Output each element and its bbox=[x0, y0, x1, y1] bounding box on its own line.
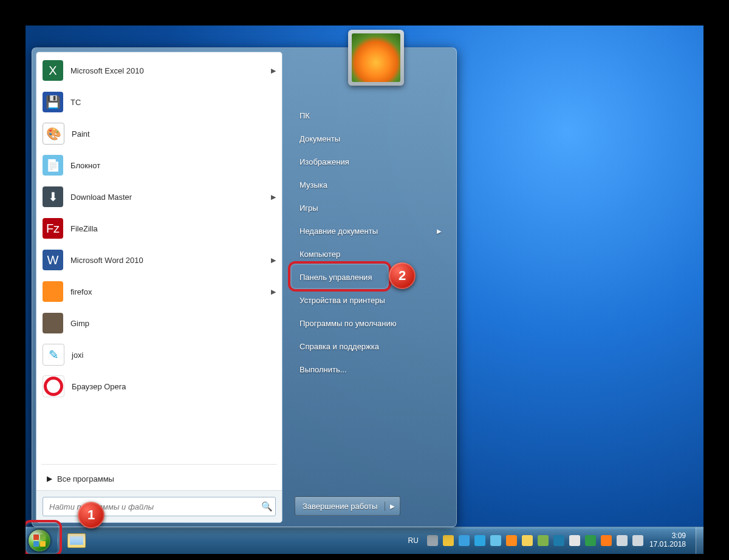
annotation-step-1: 1 bbox=[78, 502, 104, 528]
letterbox bbox=[0, 554, 729, 560]
recycle-icon[interactable] bbox=[585, 535, 596, 546]
program-icon: 🎨 bbox=[43, 123, 64, 145]
program-item-10[interactable]: Браузер Opera bbox=[38, 370, 281, 402]
start-menu-left-pane: XMicrosoft Excel 2010▶💾TC🎨Paint📄Блокнот⬇… bbox=[36, 52, 282, 523]
start-button[interactable] bbox=[26, 527, 53, 554]
program-item-1[interactable]: 💾TC bbox=[38, 86, 281, 118]
program-label: Paint bbox=[72, 129, 276, 138]
note-icon[interactable] bbox=[522, 535, 533, 546]
program-label: FileZilla bbox=[70, 224, 276, 233]
link-pictures-label: Изображения bbox=[299, 157, 349, 166]
program-label: Браузер Opera bbox=[72, 382, 276, 391]
app-icon[interactable] bbox=[601, 535, 612, 546]
shutdown-options-arrow-icon[interactable]: ▶ bbox=[385, 503, 400, 510]
link-control-panel[interactable]: Панель управления bbox=[295, 265, 447, 289]
program-item-2[interactable]: 🎨Paint bbox=[38, 118, 281, 149]
program-icon: ⬇ bbox=[43, 186, 63, 207]
link-default-programs[interactable]: Программы по умолчанию bbox=[295, 312, 447, 335]
link-help-support[interactable]: Справка и поддержка bbox=[295, 335, 447, 358]
flag-icon[interactable] bbox=[569, 535, 580, 546]
link-computer-label: Компьютер bbox=[299, 250, 340, 259]
clock-date: 17.01.2018 bbox=[649, 541, 686, 549]
link-devices-printers[interactable]: Устройства и принтеры bbox=[295, 289, 447, 312]
link-recent-label: Недавние документы bbox=[299, 227, 378, 236]
link-music-label: Музыка bbox=[299, 180, 327, 190]
all-programs-label: Все программы bbox=[57, 474, 114, 483]
program-label: Блокнот bbox=[70, 161, 276, 170]
keyboard-icon[interactable] bbox=[427, 535, 438, 546]
start-menu-right-pane: ПК Документы Изображения Музыка Игры Нед… bbox=[282, 52, 453, 523]
program-label: Gimp bbox=[70, 319, 276, 328]
program-label: joxi bbox=[72, 350, 276, 360]
link-pictures[interactable]: Изображения bbox=[295, 150, 447, 173]
explorer-icon bbox=[67, 533, 86, 548]
program-icon bbox=[43, 281, 63, 302]
taskbar-clock[interactable]: 3:09 17.01.2018 bbox=[649, 532, 690, 549]
program-icon: X bbox=[43, 60, 63, 81]
shutdown-row: Завершение работы ▶ bbox=[295, 496, 447, 516]
shutdown-label: Завершение работы bbox=[295, 502, 385, 511]
program-item-9[interactable]: ✎joxi bbox=[38, 339, 281, 370]
program-item-8[interactable]: Gimp bbox=[38, 307, 281, 339]
letterbox bbox=[0, 0, 729, 26]
link-run[interactable]: Выполнить... bbox=[295, 358, 447, 381]
all-programs-arrow-icon: ▶ bbox=[41, 474, 57, 483]
program-icon: W bbox=[43, 250, 63, 270]
taskbar-separator bbox=[57, 530, 58, 551]
link-user-label: ПК bbox=[299, 111, 310, 120]
program-label: Download Master bbox=[70, 193, 271, 202]
program-icon: ✎ bbox=[43, 344, 64, 366]
link-devices-label: Устройства и принтеры bbox=[299, 296, 385, 305]
divider bbox=[41, 464, 277, 465]
link-recent-documents[interactable]: Недавние документы ▶ bbox=[295, 219, 447, 242]
program-icon bbox=[43, 313, 63, 333]
search-icon[interactable]: 🔍 bbox=[258, 501, 275, 512]
shield-icon[interactable] bbox=[443, 535, 454, 546]
link-defaults-label: Программы по умолчанию bbox=[299, 319, 396, 328]
program-item-5[interactable]: FzFileZilla bbox=[38, 213, 281, 244]
program-item-6[interactable]: WMicrosoft Word 2010▶ bbox=[38, 244, 281, 276]
program-icon: 💾 bbox=[43, 92, 63, 112]
link-games[interactable]: Игры bbox=[295, 196, 447, 219]
screenshot-root: XMicrosoft Excel 2010▶💾TC🎨Paint📄Блокнот⬇… bbox=[0, 0, 729, 560]
submenu-arrow-icon: ▶ bbox=[437, 228, 442, 234]
link-user-folder[interactable]: ПК bbox=[295, 104, 447, 127]
shutdown-button[interactable]: Завершение работы ▶ bbox=[295, 496, 400, 516]
submenu-arrow-icon: ▶ bbox=[271, 193, 276, 201]
program-label: firefox bbox=[70, 287, 271, 296]
program-item-4[interactable]: ⬇Download Master▶ bbox=[38, 181, 281, 213]
chat-icon[interactable] bbox=[459, 535, 470, 546]
firefox-icon[interactable] bbox=[506, 535, 517, 546]
taskbar-pinned-explorer[interactable] bbox=[62, 530, 91, 551]
link-documents-label: Документы bbox=[299, 134, 340, 143]
user-picture-frame[interactable] bbox=[348, 30, 404, 86]
clock-time: 3:09 bbox=[649, 532, 686, 541]
start-orb-icon bbox=[29, 530, 50, 551]
program-item-3[interactable]: 📄Блокнот bbox=[38, 149, 281, 181]
desktop[interactable]: XMicrosoft Excel 2010▶💾TC🎨Paint📄Блокнот⬇… bbox=[26, 26, 703, 554]
program-item-0[interactable]: XMicrosoft Excel 2010▶ bbox=[38, 55, 281, 86]
screenshot-icon[interactable] bbox=[490, 535, 501, 546]
telegram-icon[interactable] bbox=[474, 535, 485, 546]
user-picture-icon bbox=[352, 33, 400, 82]
search-input[interactable] bbox=[43, 497, 258, 516]
volume-icon[interactable] bbox=[632, 535, 643, 546]
link-music[interactable]: Музыка bbox=[295, 173, 447, 196]
start-menu: XMicrosoft Excel 2010▶💾TC🎨Paint📄Блокнот⬇… bbox=[32, 47, 457, 527]
windows-flag-icon bbox=[33, 534, 46, 547]
program-item-7[interactable]: firefox▶ bbox=[38, 276, 281, 307]
signal-icon[interactable] bbox=[617, 535, 628, 546]
program-icon: 📄 bbox=[43, 155, 63, 176]
language-indicator[interactable]: RU bbox=[406, 535, 421, 546]
program-label: TC bbox=[70, 98, 276, 107]
link-documents[interactable]: Документы bbox=[295, 127, 447, 150]
network-icon[interactable] bbox=[538, 535, 549, 546]
all-programs-button[interactable]: ▶ Все программы bbox=[36, 467, 282, 490]
link-computer[interactable]: Компьютер bbox=[295, 242, 447, 265]
link-help-label: Справка и поддержка bbox=[299, 342, 379, 351]
search-row: 🔍 bbox=[36, 490, 282, 522]
globe-icon[interactable] bbox=[553, 535, 564, 546]
show-desktop-button[interactable] bbox=[696, 527, 703, 554]
submenu-arrow-icon: ▶ bbox=[271, 288, 276, 296]
program-label: Microsoft Word 2010 bbox=[70, 256, 271, 265]
